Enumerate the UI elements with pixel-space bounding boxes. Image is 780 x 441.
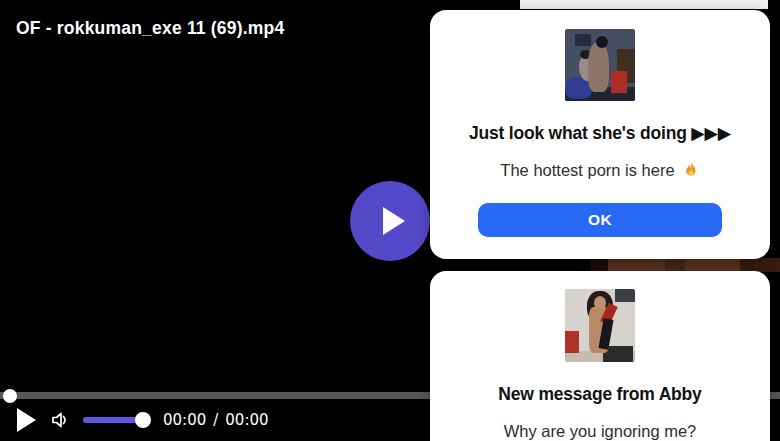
promo-subtext: The hottest porn is here: [430, 159, 770, 181]
video-title: OF - rokkuman_exe 11 (69).mp4: [16, 18, 284, 39]
volume-slider[interactable]: [83, 417, 143, 423]
volume-button[interactable]: [49, 409, 71, 431]
promo-popup[interactable]: Just look what she's doing ▶▶▶ The hotte…: [430, 10, 770, 259]
current-time: 00:00: [163, 411, 206, 429]
video-player-page: OF - rokkuman_exe 11 (69).mp4 00:00 / 00…: [0, 0, 780, 441]
message-body: Why are you ignoring me?: [430, 420, 770, 441]
background-ad-top-edge: [520, 0, 768, 9]
play-icon: [383, 207, 405, 235]
ok-button[interactable]: OK: [478, 203, 722, 237]
promo-heading: Just look what she's doing ▶▶▶: [430, 121, 770, 145]
message-thumbnail-image: [565, 289, 635, 362]
message-popup[interactable]: New message from Abby Why are you ignori…: [430, 271, 770, 441]
volume-icon: [49, 409, 71, 431]
big-play-button[interactable]: [350, 181, 430, 261]
promo-thumbnail[interactable]: [565, 29, 635, 101]
volume-handle[interactable]: [135, 412, 151, 428]
message-thumbnail[interactable]: [565, 289, 635, 362]
time-display: 00:00 / 00:00: [163, 411, 269, 429]
time-separator: /: [213, 411, 218, 429]
duration: 00:00: [225, 411, 268, 429]
fire-icon: [682, 161, 700, 179]
message-heading: New message from Abby: [430, 382, 770, 406]
background-ad-video-frame: [590, 258, 780, 272]
promo-thumbnail-image: [565, 29, 635, 101]
play-button[interactable]: [17, 408, 36, 432]
seek-handle[interactable]: [3, 389, 17, 403]
